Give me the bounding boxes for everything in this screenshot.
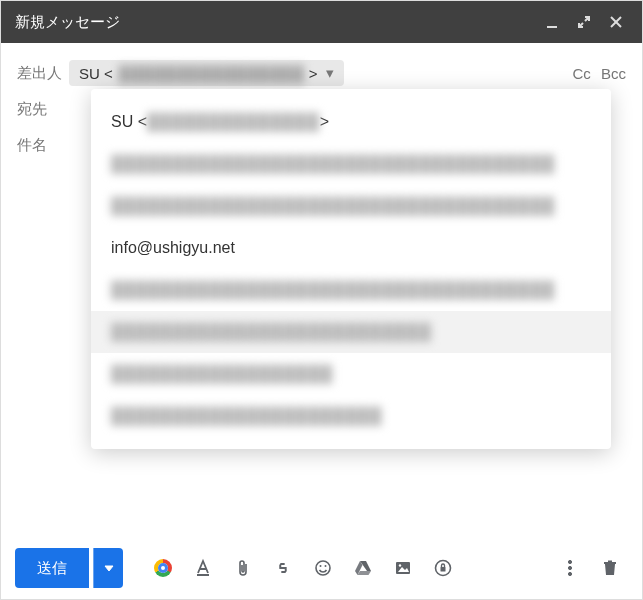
- svg-point-5: [316, 561, 330, 575]
- text-format-icon[interactable]: [185, 550, 221, 586]
- svg-point-6: [320, 565, 322, 567]
- close-icon[interactable]: [604, 10, 628, 34]
- from-option[interactable]: ██████████████████████: [91, 395, 611, 437]
- compose-body: 差出人 SU < ████████████████ > ▾ Cc Bcc 宛先 …: [1, 43, 642, 537]
- svg-point-17: [568, 566, 571, 569]
- from-redacted: ████████████████: [119, 65, 305, 82]
- confidential-icon[interactable]: [425, 550, 461, 586]
- image-icon[interactable]: [385, 550, 421, 586]
- from-option[interactable]: info@ushigyu.net: [91, 227, 611, 269]
- bcc-link[interactable]: Bcc: [601, 65, 626, 82]
- window-title: 新規メッセージ: [15, 13, 532, 32]
- compose-window: 新規メッセージ 差出人 SU < ████████████████ > ▾ Cc…: [0, 0, 643, 600]
- from-option[interactable]: ████████████████████████████████████: [91, 185, 611, 227]
- from-label: 差出人: [17, 64, 69, 83]
- from-selector[interactable]: SU < ████████████████ > ▾: [69, 60, 344, 86]
- svg-marker-3: [105, 566, 113, 571]
- drive-icon[interactable]: [345, 550, 381, 586]
- from-suffix: >: [309, 65, 318, 82]
- svg-point-16: [568, 560, 571, 563]
- trash-icon[interactable]: [592, 550, 628, 586]
- cc-link[interactable]: Cc: [572, 65, 590, 82]
- from-option[interactable]: ██████████████████: [91, 353, 611, 395]
- from-dropdown[interactable]: SU <██████████████>█████████████████████…: [91, 89, 611, 449]
- svg-point-7: [325, 565, 327, 567]
- expand-icon[interactable]: [572, 10, 596, 34]
- send-options-button[interactable]: [93, 548, 123, 588]
- from-option[interactable]: ████████████████████████████████████: [91, 143, 611, 185]
- svg-rect-19: [604, 562, 616, 564]
- from-option[interactable]: SU <██████████████>: [91, 101, 611, 143]
- send-button[interactable]: 送信: [15, 548, 89, 588]
- emoji-icon[interactable]: [305, 550, 341, 586]
- from-option[interactable]: ██████████████████████████: [91, 311, 611, 353]
- svg-rect-15: [441, 567, 446, 572]
- svg-rect-20: [608, 561, 612, 563]
- chevron-down-icon: ▾: [326, 64, 334, 82]
- from-prefix: SU <: [79, 65, 113, 82]
- from-option[interactable]: ████████████████████████████████████: [91, 269, 611, 311]
- minimize-icon[interactable]: [540, 10, 564, 34]
- subject-label: 件名: [17, 136, 69, 155]
- titlebar: 新規メッセージ: [1, 1, 642, 43]
- svg-marker-10: [358, 571, 372, 575]
- svg-point-13: [399, 564, 401, 566]
- chrome-icon[interactable]: [145, 550, 181, 586]
- to-label: 宛先: [17, 100, 69, 119]
- more-options-icon[interactable]: [552, 550, 588, 586]
- compose-toolbar: 送信: [1, 537, 642, 599]
- svg-point-18: [568, 572, 571, 575]
- from-row: 差出人 SU < ████████████████ > ▾ Cc Bcc: [17, 55, 626, 91]
- cc-bcc: Cc Bcc: [566, 65, 626, 82]
- link-icon[interactable]: [265, 550, 301, 586]
- attachment-icon[interactable]: [225, 550, 261, 586]
